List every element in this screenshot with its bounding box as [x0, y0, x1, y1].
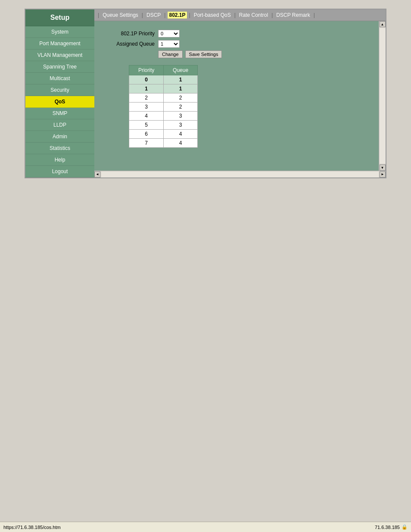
table-row: 53 [129, 121, 198, 130]
queue-cell: 4 [164, 139, 198, 148]
priority-cell: 0 [129, 75, 164, 84]
tab-separator-0: | [98, 12, 99, 18]
tab-bar: | Queue Settings|DSCP|802.1P|Port-based … [94, 9, 386, 21]
tab-separator-5: | [271, 12, 273, 18]
priority-select[interactable]: 01234567 [158, 30, 180, 37]
table-row: 74 [129, 139, 198, 148]
table-row: 64 [129, 130, 198, 139]
sidebar-item-help[interactable]: Help [25, 154, 94, 166]
queue-cell: 1 [164, 84, 198, 93]
priority-row: 802.1P Priority 01234567 [103, 30, 375, 37]
save-settings-button[interactable]: Save Settings [185, 50, 222, 58]
lock-icon: 🔒 [402, 524, 408, 530]
sidebar-item-system[interactable]: System [25, 26, 94, 38]
tab-dscp-remark[interactable]: DSCP Remark [274, 11, 311, 19]
tab-separator-4: | [234, 12, 236, 18]
queue-cell: 1 [164, 75, 198, 84]
queue-cell: 2 [164, 103, 198, 112]
status-right: 71.6.38.185 🔒 [375, 524, 408, 530]
sidebar-item-qos[interactable]: QoS [25, 96, 94, 108]
sidebar-item-security[interactable]: Security [25, 84, 94, 96]
table-row: 22 [129, 93, 198, 103]
table-row: 11 [129, 84, 198, 93]
status-url: https://71.6.38.185/cos.htm [3, 525, 61, 530]
tab-separator-end: | [314, 12, 315, 18]
col-priority: Priority [129, 65, 164, 75]
form-section: 802.1P Priority 01234567 Assigned Queue … [103, 30, 375, 58]
priority-cell: 2 [129, 93, 164, 103]
priority-cell: 1 [129, 84, 164, 93]
table-row: 43 [129, 112, 198, 121]
queue-cell: 3 [164, 121, 198, 130]
change-button[interactable]: Change [158, 50, 183, 58]
table-row: 32 [129, 103, 198, 112]
sidebar-item-vlan-management[interactable]: VLAN Management [25, 50, 94, 61]
queue-row: Assigned Queue 1234 [103, 40, 375, 48]
status-ip: 71.6.38.185 [375, 525, 400, 530]
tab-rate-control[interactable]: Rate Control [237, 11, 270, 19]
tab-separator-1: | [142, 12, 143, 18]
tab-queue-settings[interactable]: Queue Settings [101, 11, 140, 19]
table-row: 01 [129, 75, 198, 84]
button-row: Change Save Settings [158, 50, 375, 58]
sidebar-item-statistics[interactable]: Statistics [25, 143, 94, 154]
scroll-left-arrow[interactable]: ◄ [94, 171, 100, 177]
tab-dscp[interactable]: DSCP [145, 11, 162, 19]
sidebar-item-snmp[interactable]: SNMP [25, 108, 94, 119]
sidebar-item-admin[interactable]: Admin [25, 131, 94, 143]
queue-cell: 4 [164, 130, 198, 139]
priority-cell: 5 [129, 121, 164, 130]
scrollbar-right[interactable]: ▲ ▼ [379, 21, 386, 171]
scrollbar-bottom[interactable]: ◄ ► [94, 171, 386, 177]
queue-select[interactable]: 1234 [158, 40, 180, 48]
queue-cell: 2 [164, 93, 198, 103]
sidebar-item-multicast[interactable]: Multicast [25, 73, 94, 84]
priority-cell: 6 [129, 130, 164, 139]
sidebar-item-spanning-tree[interactable]: Spanning Tree [25, 61, 94, 73]
tab-separator-3: | [189, 12, 190, 18]
tab-separator-2: | [164, 12, 165, 18]
priority-label: 802.1P Priority [103, 31, 155, 37]
scroll-up-arrow[interactable]: ▲ [380, 21, 386, 27]
sidebar-item-port-management[interactable]: Port Management [25, 38, 94, 50]
sidebar-item-lldp[interactable]: LLDP [25, 119, 94, 131]
scroll-down-arrow[interactable]: ▼ [380, 165, 386, 171]
priority-cell: 7 [129, 139, 164, 148]
priority-queue-table: Priority Queue 0111223243536474 [129, 65, 198, 148]
app-container: Setup SystemPort ManagementVLAN Manageme… [25, 9, 386, 178]
table-wrapper: Priority Queue 0111223243536474 [129, 65, 375, 148]
sidebar-item-logout[interactable]: Logout [25, 166, 94, 177]
queue-cell: 3 [164, 112, 198, 121]
status-bar: https://71.6.38.185/cos.htm 71.6.38.185 … [0, 522, 411, 532]
scroll-track-v[interactable] [380, 28, 386, 164]
queue-label: Assigned Queue [103, 41, 155, 47]
content-area: 802.1P Priority 01234567 Assigned Queue … [94, 21, 386, 171]
scroll-track-h[interactable] [101, 171, 379, 177]
priority-cell: 4 [129, 112, 164, 121]
tab-port-based-qos[interactable]: Port-based QoS [192, 11, 233, 19]
priority-cell: 3 [129, 103, 164, 112]
sidebar: Setup SystemPort ManagementVLAN Manageme… [25, 9, 94, 177]
tab-802-1p[interactable]: 802.1P [167, 11, 187, 19]
scroll-right-arrow[interactable]: ► [380, 171, 386, 177]
main-content: | Queue Settings|DSCP|802.1P|Port-based … [94, 9, 386, 177]
col-queue: Queue [164, 65, 198, 75]
sidebar-title: Setup [25, 9, 94, 26]
